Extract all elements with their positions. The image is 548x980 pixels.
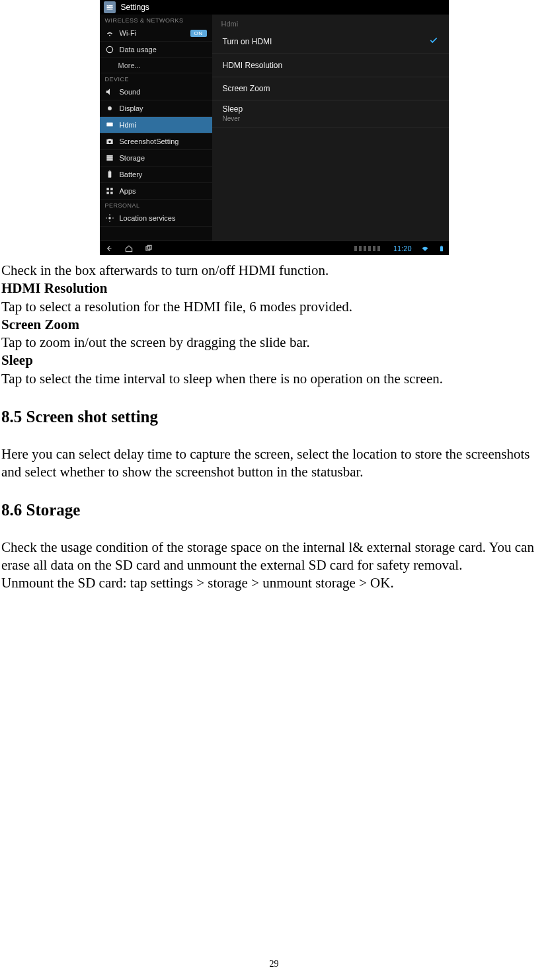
page-number: 29	[0, 959, 548, 969]
svg-rect-23	[441, 245, 442, 246]
home-icon[interactable]	[124, 244, 134, 253]
svg-point-3	[107, 5, 108, 7]
sidebar-item-label: More...	[118, 61, 141, 69]
battery-meter-icon	[354, 246, 380, 251]
camera-icon	[105, 137, 114, 146]
back-icon[interactable]	[104, 244, 114, 253]
paragraph: Check the usage condition of the storage…	[1, 539, 547, 575]
document-body: Check in the box afterwards to turn on/o…	[1, 262, 547, 593]
sidebar-item-label: Sound	[120, 88, 141, 96]
paragraph: Tap to select the time interval to sleep…	[1, 370, 547, 388]
sound-icon	[105, 87, 114, 96]
sidebar-item-label: Wi-Fi	[120, 29, 137, 37]
row-label: Turn on HDMI	[223, 37, 272, 46]
svg-rect-14	[108, 170, 110, 171]
svg-point-9	[108, 141, 111, 143]
sidebar-item-display[interactable]: Display	[100, 100, 212, 117]
sidebar-item-label: Display	[120, 104, 143, 112]
heading-8-5: 8.5 Screen shot setting	[1, 406, 547, 428]
section-personal: PERSONAL	[100, 200, 212, 210]
section-wireless: WIRELESS & NETWORKS	[100, 15, 212, 25]
svg-rect-15	[106, 188, 109, 190]
app-bar: Settings	[100, 0, 449, 15]
svg-point-5	[108, 9, 109, 10]
heading-8-6: 8.6 Storage	[1, 500, 547, 521]
sidebar-item-screenshot-setting[interactable]: ScreenshotSetting	[100, 133, 212, 150]
app-title: Settings	[121, 3, 149, 12]
svg-point-19	[108, 217, 111, 219]
location-icon	[105, 213, 114, 223]
svg-rect-18	[110, 192, 113, 194]
sidebar-item-apps[interactable]: Apps	[100, 183, 212, 200]
storage-icon	[105, 153, 114, 163]
recent-apps-icon[interactable]	[143, 244, 154, 253]
row-turn-on-hdmi[interactable]: Turn on HDMI	[212, 29, 449, 54]
breadcrumb: Hdmi	[212, 15, 449, 29]
settings-app-icon	[104, 1, 116, 13]
sidebar-item-label: Data usage	[120, 46, 157, 54]
row-label: HDMI Resolution	[223, 61, 283, 70]
battery-status-icon	[438, 245, 445, 252]
sidebar-item-wifi[interactable]: Wi-Fi ON	[100, 25, 212, 42]
sidebar-item-label: Apps	[120, 187, 136, 195]
paragraph: Tap to zoom in/out the screen by draggin…	[1, 334, 547, 352]
svg-rect-8	[106, 123, 112, 127]
sidebar-item-label: Location services	[120, 214, 176, 222]
data-usage-icon	[105, 45, 114, 54]
sidebar-item-storage[interactable]: Storage	[100, 150, 212, 167]
section-device: DEVICE	[100, 73, 212, 84]
subheading-hdmi-resolution: HDMI Resolution	[1, 280, 547, 297]
paragraph: Here you can select delay time to captur…	[1, 445, 547, 482]
svg-rect-0	[106, 5, 112, 7]
sidebar-item-label: Storage	[120, 154, 145, 162]
svg-rect-20	[145, 246, 149, 250]
sidebar-item-data-usage[interactable]: Data usage	[100, 42, 212, 58]
paragraph: Tap to select a resolution for the HDMI …	[1, 298, 547, 316]
svg-rect-22	[440, 246, 442, 251]
svg-rect-16	[110, 188, 113, 190]
wifi-icon	[105, 28, 114, 38]
subheading-sleep: Sleep	[1, 352, 547, 369]
android-settings-screenshot: Settings WIRELESS & NETWORKS Wi-Fi ON Da…	[100, 0, 449, 255]
svg-point-7	[108, 106, 112, 110]
row-screen-zoom[interactable]: Screen Zoom	[212, 77, 449, 100]
system-navbar: 11:20	[100, 241, 449, 255]
svg-rect-11	[106, 157, 112, 159]
sidebar-item-label: Hdmi	[120, 121, 137, 129]
svg-point-6	[106, 46, 112, 52]
subheading-screen-zoom: Screen Zoom	[1, 316, 547, 334]
sidebar-item-location[interactable]: Location services	[100, 210, 212, 227]
svg-point-4	[110, 7, 111, 8]
paragraph: Unmount the SD card: tap settings > stor…	[1, 574, 547, 592]
settings-sidebar: WIRELESS & NETWORKS Wi-Fi ON Data usage …	[100, 15, 212, 241]
row-sub-value: Never	[223, 115, 438, 122]
settings-content-pane: Hdmi Turn on HDMI HDMI Resolution Screen…	[212, 15, 449, 241]
wifi-status-icon	[421, 245, 429, 252]
apps-icon	[105, 186, 114, 196]
display-icon	[105, 104, 114, 113]
svg-rect-12	[106, 159, 112, 161]
row-sleep[interactable]: Sleep Never	[212, 100, 449, 128]
sidebar-item-battery[interactable]: Battery	[100, 167, 212, 183]
sidebar-item-label: ScreenshotSetting	[120, 137, 179, 145]
row-label: Sleep	[223, 104, 438, 114]
clock-time: 11:20	[393, 245, 412, 252]
row-hdmi-resolution[interactable]: HDMI Resolution	[212, 54, 449, 77]
battery-icon	[105, 170, 114, 179]
hdmi-icon	[105, 120, 114, 130]
sidebar-item-more[interactable]: More...	[100, 58, 212, 73]
sidebar-item-sound[interactable]: Sound	[100, 84, 212, 100]
checkbox-checked-icon[interactable]	[429, 36, 438, 47]
svg-rect-13	[108, 171, 111, 177]
svg-rect-1	[106, 7, 112, 9]
paragraph: Check in the box afterwards to turn on/o…	[1, 262, 547, 280]
svg-rect-21	[147, 245, 151, 249]
wifi-toggle-on[interactable]: ON	[190, 30, 207, 37]
svg-rect-17	[106, 192, 109, 194]
row-label: Screen Zoom	[223, 84, 270, 93]
svg-rect-10	[106, 155, 112, 157]
sidebar-item-label: Battery	[120, 170, 143, 178]
sidebar-item-hdmi[interactable]: Hdmi	[100, 117, 212, 133]
